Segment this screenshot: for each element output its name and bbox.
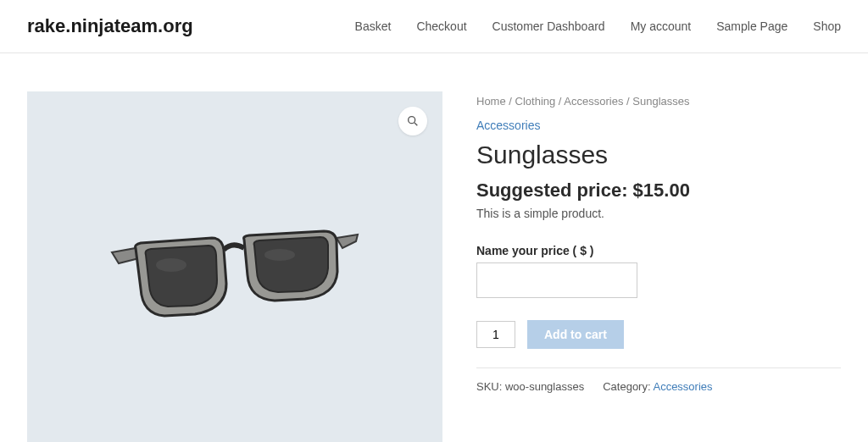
category-meta-label: Category: [603,380,650,393]
name-your-price-label: Name your price ( $ ) [476,244,841,257]
product-meta: SKU: woo-sunglasses Category: Accessorie… [476,380,841,393]
sku-value: woo-sunglasses [505,380,584,393]
nav-sample-page[interactable]: Sample Page [716,19,787,33]
svg-point-3 [264,249,295,261]
svg-point-2 [156,258,186,272]
zoom-button[interactable] [398,107,427,135]
sunglasses-image [103,223,366,333]
breadcrumb-clothing[interactable]: Clothing [515,95,556,108]
breadcrumb-accessories[interactable]: Accessories [564,95,623,108]
category-meta-link[interactable]: Accessories [653,380,712,393]
svg-line-1 [415,123,417,125]
primary-nav: Basket Checkout Customer Dashboard My ac… [355,19,841,33]
category-link[interactable]: Accessories [476,119,540,132]
svg-point-0 [409,117,415,124]
breadcrumb-home[interactable]: Home [476,95,506,108]
site-title[interactable]: rake.ninjateam.org [27,15,193,37]
quantity-input[interactable] [476,321,515,348]
breadcrumb: Home / Clothing / Accessories / Sunglass… [476,95,841,108]
nav-checkout[interactable]: Checkout [416,19,466,33]
product-title: Sunglasses [476,141,841,169]
nav-my-account[interactable]: My account [631,19,692,33]
nav-basket[interactable]: Basket [355,19,392,33]
nav-shop[interactable]: Shop [813,19,841,33]
product-description: This is a simple product. [476,207,841,220]
price: Suggested price: $15.00 [476,180,841,202]
name-your-price-input[interactable] [476,262,637,298]
magnify-icon [406,114,420,128]
nav-customer-dashboard[interactable]: Customer Dashboard [492,19,605,33]
sku-label: SKU: [476,380,502,393]
add-to-cart-button[interactable]: Add to cart [527,320,624,349]
product-image[interactable] [27,91,442,442]
breadcrumb-current: Sunglasses [632,95,689,108]
